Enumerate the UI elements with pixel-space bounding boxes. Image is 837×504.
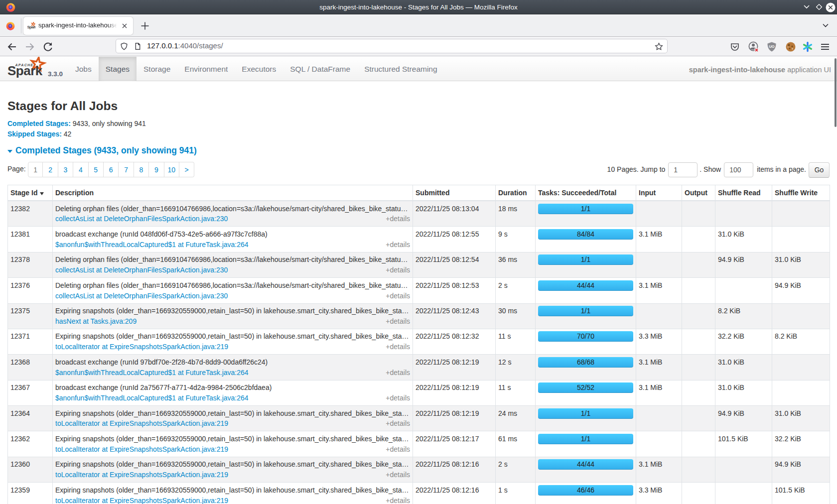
svg-text:Spark: Spark [7, 63, 43, 78]
svg-text:UO: UO [769, 44, 774, 49]
